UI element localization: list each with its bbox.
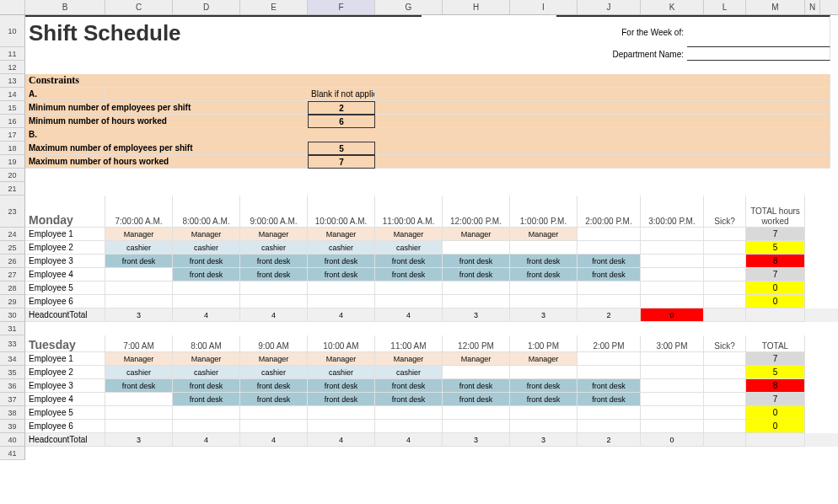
shift-cell[interactable]: cashier — [240, 241, 308, 255]
shift-cell[interactable]: front desk — [173, 268, 240, 281]
col-header[interactable]: D — [173, 0, 240, 14]
shift-cell[interactable] — [105, 281, 173, 295]
shift-cell[interactable] — [577, 366, 641, 379]
shift-cell[interactable] — [577, 406, 641, 420]
row-header[interactable]: 23 — [0, 196, 25, 228]
col-header[interactable]: H — [443, 0, 510, 14]
shift-cell[interactable]: front desk — [105, 379, 173, 393]
shift-cell[interactable] — [510, 420, 577, 433]
shift-cell[interactable] — [510, 281, 577, 295]
row-header[interactable]: 26 — [0, 255, 25, 268]
row-header[interactable]: 14 — [0, 88, 25, 101]
shift-cell[interactable]: front desk — [577, 255, 641, 268]
row-header[interactable]: 30 — [0, 308, 25, 322]
sick-cell[interactable] — [704, 241, 746, 255]
shift-cell[interactable]: cashier — [173, 241, 240, 255]
shift-cell[interactable]: Manager — [240, 352, 308, 366]
row-header[interactable]: 27 — [0, 268, 25, 281]
shift-cell[interactable] — [443, 295, 510, 308]
shift-cell[interactable]: front desk — [443, 393, 510, 406]
shift-cell[interactable]: front desk — [510, 255, 577, 268]
shift-cell[interactable]: Manager — [173, 352, 240, 366]
row-header[interactable]: 16 — [0, 115, 25, 128]
col-header[interactable]: J — [577, 0, 641, 14]
shift-cell[interactable]: front desk — [308, 268, 375, 281]
shift-cell[interactable]: Manager — [105, 352, 173, 366]
shift-cell[interactable] — [105, 393, 173, 406]
shift-cell[interactable]: front desk — [375, 268, 443, 281]
shift-cell[interactable] — [577, 228, 641, 241]
shift-cell[interactable] — [641, 379, 704, 393]
row-header[interactable]: 18 — [0, 142, 25, 155]
shift-cell[interactable] — [375, 420, 443, 433]
row-header[interactable]: 38 — [0, 406, 25, 420]
shift-cell[interactable]: cashier — [173, 366, 240, 379]
shift-cell[interactable]: front desk — [105, 255, 173, 268]
shift-cell[interactable] — [641, 241, 704, 255]
shift-cell[interactable] — [375, 406, 443, 420]
shift-cell[interactable]: front desk — [510, 379, 577, 393]
shift-cell[interactable] — [641, 268, 704, 281]
shift-cell[interactable] — [641, 281, 704, 295]
shift-cell[interactable] — [308, 406, 375, 420]
row-header[interactable]: 37 — [0, 393, 25, 406]
sick-cell[interactable] — [704, 379, 746, 393]
row-header[interactable]: 29 — [0, 295, 25, 308]
shift-cell[interactable] — [105, 406, 173, 420]
row-header[interactable]: 28 — [0, 281, 25, 295]
shift-cell[interactable] — [308, 295, 375, 308]
sick-cell[interactable] — [704, 268, 746, 281]
row-header[interactable]: 21 — [0, 182, 25, 196]
shift-cell[interactable]: front desk — [510, 268, 577, 281]
shift-cell[interactable]: front desk — [375, 393, 443, 406]
max-hrs-value[interactable]: 7 — [308, 155, 375, 169]
sick-cell[interactable] — [704, 366, 746, 379]
sick-cell[interactable] — [704, 406, 746, 420]
shift-cell[interactable]: front desk — [577, 393, 641, 406]
row-header[interactable]: 19 — [0, 155, 25, 169]
shift-cell[interactable]: cashier — [240, 366, 308, 379]
shift-cell[interactable]: cashier — [375, 366, 443, 379]
col-header[interactable]: G — [375, 0, 443, 14]
week-input[interactable] — [687, 15, 830, 47]
shift-cell[interactable] — [173, 420, 240, 433]
shift-cell[interactable] — [443, 406, 510, 420]
shift-cell[interactable]: cashier — [308, 241, 375, 255]
shift-cell[interactable] — [173, 281, 240, 295]
shift-cell[interactable] — [641, 393, 704, 406]
shift-cell[interactable] — [641, 352, 704, 366]
shift-cell[interactable] — [510, 366, 577, 379]
shift-cell[interactable]: Manager — [443, 228, 510, 241]
shift-cell[interactable] — [105, 420, 173, 433]
shift-cell[interactable] — [443, 281, 510, 295]
shift-cell[interactable] — [105, 295, 173, 308]
shift-cell[interactable] — [577, 420, 641, 433]
shift-cell[interactable] — [510, 406, 577, 420]
shift-cell[interactable]: cashier — [308, 366, 375, 379]
dept-input[interactable] — [687, 47, 830, 61]
row-header[interactable]: 24 — [0, 228, 25, 241]
shift-cell[interactable]: front desk — [577, 268, 641, 281]
shift-cell[interactable]: front desk — [375, 379, 443, 393]
shift-cell[interactable] — [308, 420, 375, 433]
shift-cell[interactable]: front desk — [510, 393, 577, 406]
shift-cell[interactable]: front desk — [240, 268, 308, 281]
shift-cell[interactable] — [641, 366, 704, 379]
row-header[interactable]: 31 — [0, 322, 25, 335]
shift-cell[interactable]: front desk — [173, 255, 240, 268]
shift-cell[interactable]: front desk — [173, 379, 240, 393]
row-header[interactable]: 39 — [0, 420, 25, 433]
shift-cell[interactable]: front desk — [308, 393, 375, 406]
shift-cell[interactable] — [510, 241, 577, 255]
shift-cell[interactable] — [240, 406, 308, 420]
shift-cell[interactable] — [443, 366, 510, 379]
shift-cell[interactable] — [577, 295, 641, 308]
shift-cell[interactable]: Manager — [308, 352, 375, 366]
sick-cell[interactable] — [704, 393, 746, 406]
shift-cell[interactable] — [641, 295, 704, 308]
row-header[interactable]: 10 — [0, 15, 25, 47]
row-header[interactable]: 17 — [0, 128, 25, 142]
col-header[interactable]: C — [105, 0, 173, 14]
col-header[interactable]: M — [746, 0, 805, 14]
shift-cell[interactable]: front desk — [240, 393, 308, 406]
